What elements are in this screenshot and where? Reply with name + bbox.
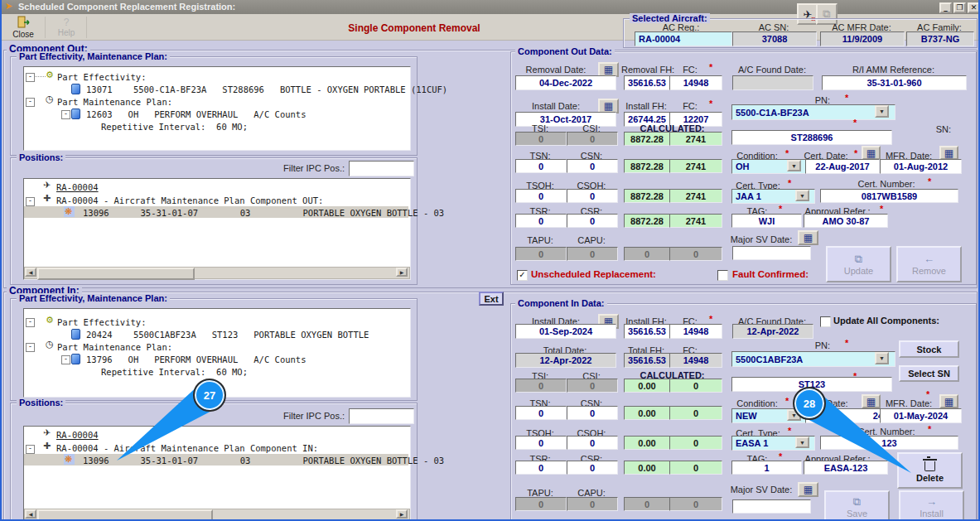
in-tsr-field[interactable]: 0 xyxy=(515,461,567,475)
window-close-button[interactable]: ✕ xyxy=(968,2,980,13)
out-cert-type-dropdown-icon[interactable]: ▼ xyxy=(795,190,809,201)
stock-button[interactable]: Stock xyxy=(899,340,959,358)
out-cert-number-field[interactable]: 0817WB1589 xyxy=(820,189,958,203)
scroll-left-icon[interactable]: ◀ xyxy=(25,509,36,519)
out-csr-field[interactable]: 0 xyxy=(567,214,618,228)
out-mp-item[interactable]: 12603 OH PERFORM OVERHAUL A/C Counts xyxy=(86,109,307,119)
ext-button[interactable]: Ext xyxy=(479,292,504,306)
out-tsn-field[interactable]: 0 xyxy=(515,159,567,173)
out-tag-field[interactable]: WJI xyxy=(731,214,802,228)
required-asterisk: * xyxy=(928,424,931,434)
out-approval-field[interactable]: AMO 30-87 xyxy=(804,214,888,228)
out-major-sv-field[interactable] xyxy=(732,246,811,260)
in-csr-field[interactable]: 0 xyxy=(567,461,618,475)
in-major-sv-calendar-icon[interactable]: ▦ xyxy=(798,482,818,497)
select-sn-button[interactable]: Select SN xyxy=(899,365,959,382)
ac-reg-field[interactable]: RA-00004 xyxy=(635,31,732,46)
aircraft-node-icon: ✈ xyxy=(43,181,51,190)
in-tsoh-field[interactable]: 0 xyxy=(515,436,567,450)
in-filter-ipc-input[interactable] xyxy=(349,408,414,424)
in-pos-scroll-thumb[interactable] xyxy=(37,509,213,521)
in-csn-field[interactable]: 0 xyxy=(567,406,618,420)
ri-amm-field[interactable]: 35-31-01-960 xyxy=(822,75,967,90)
in-positions-tree[interactable] xyxy=(23,426,411,521)
in-pos-aircraft[interactable]: RA-00004 xyxy=(56,430,99,440)
out-pn-dropdown-icon[interactable]: ▼ xyxy=(875,105,889,118)
in-install-fh-field[interactable]: 35616.53 xyxy=(624,324,670,339)
in-pos-expand[interactable]: - xyxy=(26,445,35,454)
in-eff-expand[interactable]: - xyxy=(26,318,35,327)
out-pn-combo[interactable]: 5500-C1A-BF23A xyxy=(731,104,896,120)
in-cert-number-field[interactable]: 123 xyxy=(820,436,958,450)
in-install-fc-field[interactable]: 14948 xyxy=(669,324,722,339)
in-task-expand[interactable]: - xyxy=(61,355,70,364)
in-mfr-date-calendar-icon[interactable]: ▦ xyxy=(939,394,958,408)
in-mp-expand[interactable]: - xyxy=(26,343,35,352)
unscheduled-replacement-checkbox[interactable]: ✓ xyxy=(517,270,528,281)
out-pos-branch[interactable]: RA-00004 - Aircraft Maintenance Plan Com… xyxy=(56,195,323,205)
in-pos-branch[interactable]: RA-00004 - Aircraft Maintenance Plan Com… xyxy=(56,443,318,453)
in-major-sv-field[interactable] xyxy=(732,499,811,514)
removal-fc-field[interactable]: 14948 xyxy=(669,75,722,90)
delete-button[interactable]: Delete xyxy=(897,452,963,489)
out-pos-scroll-thumb[interactable] xyxy=(37,268,195,280)
in-pos-item[interactable]: 13096 35-31-01-07 03 PORTABLE OXYGEN BOT… xyxy=(83,456,444,466)
out-tsoh-field[interactable]: 0 xyxy=(515,189,567,203)
required-asterisk: * xyxy=(709,99,712,109)
minimize-button[interactable]: _ xyxy=(939,2,952,13)
out-pos-aircraft[interactable]: RA-00004 xyxy=(56,182,99,192)
out-mfr-date-calendar-icon[interactable]: ▦ xyxy=(939,146,958,160)
out-task-expand[interactable]: - xyxy=(61,110,70,119)
ac-family-field: B737-NG xyxy=(906,31,974,46)
in-csoh-field[interactable]: 0 xyxy=(567,436,618,450)
restore-button[interactable]: ❐ xyxy=(953,2,966,13)
in-pn-combo[interactable]: 5500C1ABF23A xyxy=(731,351,896,367)
fault-confirmed-checkbox[interactable] xyxy=(717,270,728,281)
out-major-sv-calendar-icon[interactable]: ▦ xyxy=(798,230,818,245)
in-mfr-date-label: MFR. Date: xyxy=(885,398,933,408)
out-mp-header[interactable]: Part Maintenance Plan: xyxy=(57,97,172,107)
scroll-right-icon[interactable]: ▶ xyxy=(396,268,408,277)
out-tsr-field[interactable]: 0 xyxy=(515,214,567,228)
out-eff-header[interactable]: Part Effectivity: xyxy=(57,72,146,82)
in-approval-field[interactable]: EASA-123 xyxy=(804,461,888,475)
out-ac-found-field[interactable] xyxy=(732,75,813,90)
in-tag-field[interactable]: 1 xyxy=(731,461,802,475)
out-cert-date-field[interactable]: 22-Aug-2017 xyxy=(805,159,880,174)
in-tsn-field[interactable]: 0 xyxy=(515,406,567,420)
out-calc-tsr: 8872.28 xyxy=(624,214,670,228)
in-pn-dropdown-icon[interactable]: ▼ xyxy=(875,352,889,364)
update-all-components-checkbox[interactable] xyxy=(820,316,831,327)
in-cert-date-calendar-icon[interactable]: ▦ xyxy=(862,394,881,408)
in-eff-item[interactable]: 20424 5500C1ABF23A ST123 PORTABLE OXYGEN… xyxy=(86,330,369,340)
removal-date-field[interactable]: 04-Dec-2022 xyxy=(515,75,616,90)
out-positions-tree[interactable] xyxy=(23,178,411,280)
in-cert-type-dropdown-icon[interactable]: ▼ xyxy=(795,437,809,448)
out-eff-expand[interactable]: - xyxy=(26,73,35,82)
out-mp-expand[interactable]: - xyxy=(26,98,35,107)
removal-fh-field[interactable]: 35616.53 xyxy=(624,75,670,90)
task-cube-icon xyxy=(71,354,80,364)
scroll-right-icon[interactable]: ▶ xyxy=(396,509,408,519)
out-eff-item[interactable]: 13071 5500-C1A-BF23A ST288696 BOTTLE - O… xyxy=(86,84,447,94)
in-install-date-field[interactable]: 01-Sep-2024 xyxy=(515,324,616,339)
required-asterisk: * xyxy=(845,93,848,103)
update-button-label: Update xyxy=(844,266,873,276)
in-mp-interval: Repetitive Interval: 60 MO; xyxy=(101,367,248,377)
out-mfr-date-field[interactable]: 01-Aug-2012 xyxy=(880,159,962,174)
out-csn-field[interactable]: 0 xyxy=(567,159,618,173)
in-calc-tapu: 0 xyxy=(624,497,670,511)
in-eff-header[interactable]: Part Effectivity: xyxy=(57,317,146,327)
out-filter-ipc-input[interactable] xyxy=(349,161,414,176)
out-cert-date-calendar-icon[interactable]: ▦ xyxy=(862,146,881,160)
in-mfr-date-field[interactable]: 01-May-2024 xyxy=(880,408,962,423)
out-sn-field[interactable]: ST288696 xyxy=(731,130,892,145)
out-pos-expand[interactable]: - xyxy=(26,197,35,206)
out-csoh-field[interactable]: 0 xyxy=(567,189,618,203)
close-button[interactable]: Close xyxy=(5,16,41,38)
in-mp-header[interactable]: Part Maintenance Plan: xyxy=(57,342,172,352)
part-cube-icon xyxy=(71,84,80,94)
out-pos-item[interactable]: 13096 35-31-01-07 03 PORTABLE OXYGEN BOT… xyxy=(83,208,444,218)
out-condition-dropdown-icon[interactable]: ▼ xyxy=(787,160,801,171)
scroll-left-icon[interactable]: ◀ xyxy=(25,268,36,277)
